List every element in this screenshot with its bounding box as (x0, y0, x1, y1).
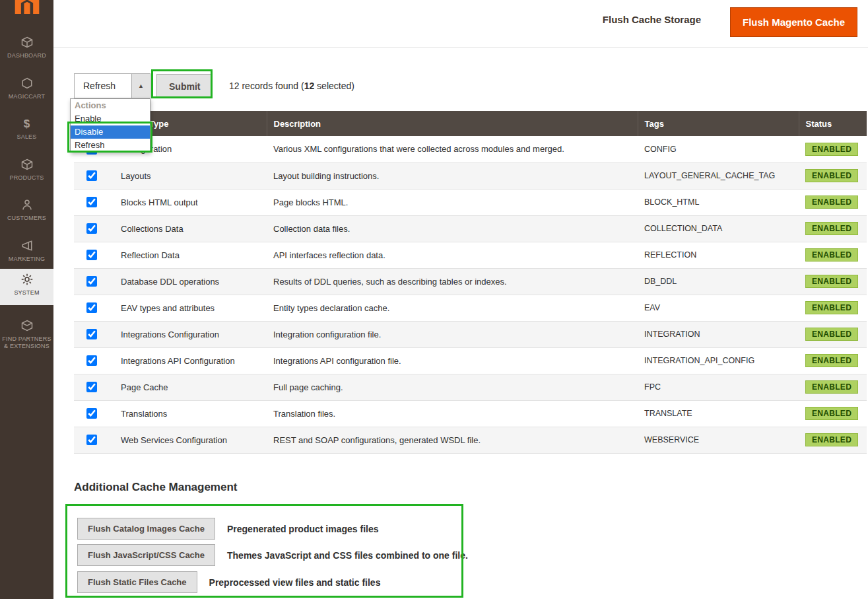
row-checkbox[interactable] (86, 170, 97, 181)
cell-status: ENABLED (799, 321, 867, 347)
records-prefix: 12 records found ( (229, 81, 304, 91)
records-selected-count: 12 (304, 81, 315, 91)
column-header-status[interactable]: Status (799, 111, 867, 136)
row-checkbox[interactable] (86, 250, 97, 260)
flush-javascript-css-cache-button[interactable]: Flush JavaScript/CSS Cache (77, 544, 215, 566)
caret-up-icon[interactable]: ▲ (131, 74, 150, 98)
sidebar-item-label: SYSTEM (0, 289, 53, 297)
table-row: Web Services Configuration REST and SOAP… (74, 427, 867, 453)
table-row: Reflection Data API interfaces reflectio… (74, 242, 867, 268)
flush-static-files-cache-button[interactable]: Flush Static Files Cache (77, 571, 197, 593)
row-checkbox[interactable] (86, 302, 97, 313)
cell-tags: COLLECTION_DATA (638, 215, 799, 242)
cell-tags: WEBSERVICE (638, 427, 799, 453)
cell-description: Integrations API configuration file. (267, 347, 638, 374)
cell-description: API interfaces reflection data. (267, 242, 638, 268)
cell-status: ENABLED (799, 347, 867, 374)
row-checkbox[interactable] (86, 382, 97, 392)
magento-logo[interactable] (15, 0, 40, 17)
cell-cache-type: EAV types and attributes (109, 295, 267, 321)
cache-grid: Cache Type Description Tags Status Confi… (74, 111, 867, 454)
sidebar-item-label: CUSTOMERS (0, 215, 53, 222)
sidebar-item-label: SALES (0, 133, 53, 141)
cell-status: ENABLED (799, 427, 867, 453)
mass-action-select[interactable]: Refresh ▲ (74, 73, 150, 98)
cell-status: ENABLED (799, 268, 867, 295)
status-badge: ENABLED (805, 433, 858, 446)
cell-description: Entity types declaration cache. (267, 295, 638, 321)
sidebar-item-products[interactable]: PRODUCTS (0, 154, 53, 182)
cell-tags: CONFIG (638, 136, 799, 162)
cache-action-description: Preprocessed view files and static files (209, 577, 381, 588)
sidebar-item-dashboard[interactable]: DASHBOARD (0, 32, 53, 59)
row-checkbox[interactable] (86, 223, 97, 234)
status-badge: ENABLED (805, 169, 858, 182)
dashboard-icon (0, 36, 53, 50)
status-badge: ENABLED (805, 248, 858, 262)
cell-tags: DB_DDL (638, 268, 799, 295)
customers-icon (0, 199, 53, 212)
row-checkbox[interactable] (86, 355, 97, 366)
cell-status: ENABLED (799, 162, 867, 189)
row-checkbox[interactable] (86, 276, 97, 287)
cell-tags: FPC (638, 374, 799, 400)
sidebar-item-sales[interactable]: $ SALES (0, 113, 53, 141)
cell-tags: INTEGRATION (638, 321, 799, 347)
cell-cache-type: Web Services Configuration (109, 427, 267, 453)
cell-status: ENABLED (799, 242, 867, 268)
records-suffix: selected) (314, 81, 354, 91)
cell-tags: EAV (638, 295, 799, 321)
cell-cache-type: Reflection Data (109, 242, 267, 268)
cell-description: Collection data files. (267, 215, 638, 242)
column-header-tags[interactable]: Tags (638, 111, 799, 136)
cell-description: Integration configuration file. (267, 321, 638, 347)
products-icon (0, 159, 53, 172)
cell-cache-type: Page Cache (109, 374, 267, 400)
flush-cache-storage-button[interactable]: Flush Cache Storage (603, 14, 701, 25)
flush-magento-cache-button[interactable]: Flush Magento Cache (730, 7, 857, 37)
cell-status: ENABLED (799, 295, 867, 321)
grid-header-row: Cache Type Description Tags Status (74, 111, 867, 136)
cell-description: Results of DDL queries, such as describi… (267, 268, 638, 295)
flush-catalog-images-cache-button[interactable]: Flush Catalog Images Cache (77, 518, 215, 540)
cell-description: Full page caching. (267, 374, 638, 400)
cell-cache-type: Collections Data (109, 215, 267, 242)
sidebar-item-customers[interactable]: CUSTOMERS (0, 194, 53, 222)
extensions-icon (0, 320, 53, 333)
dropdown-group-label: Actions (71, 99, 150, 112)
status-badge: ENABLED (805, 407, 858, 420)
cell-description: Various XML configurations that were col… (267, 136, 638, 162)
mass-action-dropdown: Actions Enable Disable Refresh (70, 98, 150, 153)
row-checkbox[interactable] (86, 408, 97, 419)
table-row: EAV types and attributes Entity types de… (74, 295, 867, 321)
status-badge: ENABLED (805, 275, 858, 288)
cache-action-description: Themes JavaScript and CSS files combined… (227, 550, 468, 561)
dropdown-option-disable[interactable]: Disable (71, 125, 150, 139)
cell-tags: REFLECTION (638, 242, 799, 268)
cache-action-row: Flush Static Files Cache Preprocessed vi… (77, 571, 380, 593)
cell-cache-type: Layouts (109, 162, 267, 189)
sidebar-item-marketing[interactable]: MARKETING (0, 235, 53, 263)
sidebar: DASHBOARD MAGICCART $ SALES PRODUCTS CUS… (0, 0, 53, 599)
status-badge: ENABLED (805, 301, 858, 314)
status-badge: ENABLED (805, 195, 858, 209)
table-row: Configuration Various XML configurations… (74, 136, 867, 162)
submit-button[interactable]: Submit (156, 74, 213, 98)
cell-status: ENABLED (799, 189, 867, 215)
cell-description: Page blocks HTML. (267, 189, 638, 215)
dropdown-option-refresh[interactable]: Refresh (71, 139, 150, 152)
dropdown-option-enable[interactable]: Enable (71, 112, 150, 125)
column-header-description[interactable]: Description (267, 111, 638, 136)
row-checkbox[interactable] (86, 197, 97, 207)
sidebar-item-system[interactable]: SYSTEM (0, 269, 53, 305)
cell-status: ENABLED (799, 374, 867, 400)
sidebar-item-find-partners-extensions[interactable]: FIND PARTNERS & EXTENSIONS (0, 315, 53, 350)
cell-tags: LAYOUT_GENERAL_CACHE_TAG (638, 162, 799, 189)
cell-description: REST and SOAP configurations, generated … (267, 427, 638, 453)
row-checkbox[interactable] (86, 329, 97, 339)
cache-action-row: Flush Catalog Images Cache Pregenerated … (77, 518, 379, 540)
cell-tags: INTEGRATION_API_CONFIG (638, 347, 799, 374)
sidebar-item-magiccart[interactable]: MAGICCART (0, 73, 53, 100)
table-row: Page Cache Full page caching. FPC ENABLE… (74, 374, 867, 400)
row-checkbox[interactable] (86, 435, 97, 445)
